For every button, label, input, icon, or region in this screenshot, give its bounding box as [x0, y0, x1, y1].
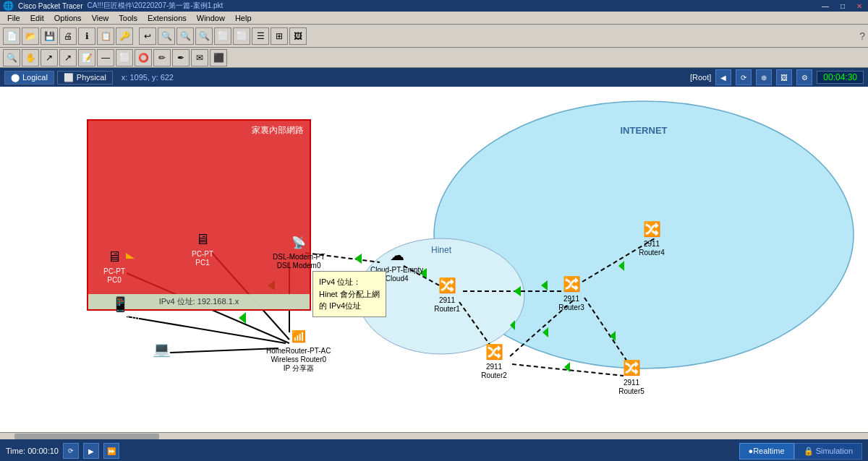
- menu-options[interactable]: Options: [50, 13, 86, 23]
- open-btn[interactable]: 📂: [22, 27, 39, 45]
- fast-forward-btn[interactable]: ⏩: [103, 443, 119, 459]
- device-router5[interactable]: 🔀 2911 Router5: [618, 357, 644, 396]
- menu-window[interactable]: Window: [192, 13, 229, 23]
- print-btn[interactable]: 🖨: [59, 27, 77, 45]
- toolbar-btn15[interactable]: ⊞: [271, 27, 288, 45]
- menu-edit[interactable]: Edit: [26, 13, 48, 23]
- router4-icon: 🔀: [639, 218, 665, 240]
- menu-file[interactable]: File: [3, 13, 25, 23]
- router3-label1: 2911: [563, 295, 579, 303]
- toolbar2-btn6[interactable]: —: [97, 49, 114, 66]
- router2-label2: Router2: [481, 371, 507, 380]
- router2-icon: 🔀: [481, 341, 507, 363]
- svg-marker-21: [514, 286, 521, 296]
- svg-marker-23: [541, 280, 548, 290]
- toolbar2-btn4[interactable]: ↗: [59, 49, 77, 66]
- zoom-out-btn[interactable]: 🔍: [195, 27, 213, 45]
- tablet0-label2: Tablet PC0: [103, 324, 138, 332]
- tablet0-icon: 📱: [107, 293, 133, 315]
- pc1-label2: PC1: [195, 259, 209, 267]
- close-btn[interactable]: ✕: [854, 2, 865, 10]
- laptop0-label1: Laptop-PT: [145, 360, 179, 369]
- toolbar2-btn5[interactable]: 📝: [78, 49, 95, 66]
- router3-icon: 🔀: [558, 273, 584, 295]
- toolbar2-btn2[interactable]: ✋: [22, 49, 39, 66]
- device-router0[interactable]: 📶 HomeRouter-PT-AC Wireless Router0 IP 分…: [266, 325, 331, 373]
- device-router2[interactable]: 🔀 2911 Router2: [481, 341, 507, 380]
- router0-sublabel: IP 分享器: [284, 364, 314, 373]
- titlebar-left: 🌐 Cisco Packet Tracer CA!!!巨匠模件\20220207…: [3, 1, 223, 11]
- titlebar-controls: — □ ✕: [819, 2, 865, 10]
- nav-btn1[interactable]: ⟳: [736, 69, 752, 85]
- device-pc1[interactable]: 🖥 PC-PT PC1: [190, 228, 216, 267]
- svg-marker-22: [510, 320, 515, 330]
- menu-extensions[interactable]: Extensions: [143, 13, 191, 23]
- svg-marker-17: [239, 312, 246, 324]
- device-pc0[interactable]: 🖥 PC-PT PC0: [101, 246, 127, 285]
- info-btn[interactable]: ℹ: [78, 27, 95, 45]
- pc0-label1: PC-PT: [103, 267, 125, 276]
- simulation-mode-btns: ●Realtime 🔒 Simulation: [739, 443, 862, 460]
- physical-mode-btn[interactable]: ⬜ Physical: [57, 71, 113, 85]
- maximize-btn[interactable]: □: [838, 2, 848, 10]
- reset-time-btn[interactable]: ⟳: [63, 443, 79, 459]
- router0-icon: 📶: [286, 325, 312, 347]
- toolbar-btn16[interactable]: 🖼: [289, 27, 307, 45]
- menu-view[interactable]: View: [88, 13, 114, 23]
- toolbar-btn13[interactable]: ⬜: [233, 27, 250, 45]
- activity-btn[interactable]: 📋: [97, 27, 114, 45]
- simulation-btn[interactable]: 🔒 Simulation: [794, 443, 862, 460]
- toolbar2-btn12[interactable]: ⬛: [210, 49, 227, 66]
- router1-label2: Router1: [434, 305, 460, 314]
- nav-btn3[interactable]: 🖼: [776, 69, 792, 85]
- coordinates-display: x: 1095, y: 622: [122, 73, 174, 82]
- toolbar-btn14[interactable]: ☰: [252, 27, 269, 45]
- toolbar2-btn8[interactable]: ⭕: [135, 49, 152, 66]
- zoom-custom-btn[interactable]: 🔍: [158, 27, 175, 45]
- zoom-fit-btn[interactable]: ⬜: [214, 27, 231, 45]
- router1-icon: 🔀: [434, 275, 460, 296]
- app-title: Cisco Packet Tracer: [18, 2, 82, 10]
- router4-label1: 2911: [644, 240, 660, 249]
- device-router4[interactable]: 🔀 2911 Router4: [639, 218, 665, 257]
- device-tablet0[interactable]: 📱 TabletPC-PT Tablet PC0: [100, 293, 141, 332]
- router5-label1: 2911: [624, 379, 639, 387]
- realtime-btn[interactable]: ●Realtime: [739, 443, 794, 460]
- pc0-icon: 🖥: [101, 246, 127, 267]
- laptop0-label2: Laptop0: [148, 369, 174, 377]
- workspace[interactable]: INTERNET Hinet: [0, 87, 868, 439]
- logical-label: Logical: [22, 73, 48, 82]
- back-btn[interactable]: ◀: [715, 69, 731, 85]
- toolbar2-btn11[interactable]: ✉: [191, 49, 208, 66]
- nav-btn4[interactable]: ⚙: [796, 69, 812, 85]
- tooltip-line1: IPv4 位址：: [319, 276, 380, 288]
- toolbar-btn6[interactable]: 🔑: [116, 27, 133, 45]
- logical-mode-btn[interactable]: ⬤ Logical: [4, 71, 54, 85]
- device-router1[interactable]: 🔀 2911 Router1: [434, 275, 460, 314]
- toolbar2-btn7[interactable]: ⬜: [116, 49, 133, 66]
- undo-btn[interactable]: ↩: [139, 27, 156, 45]
- play-btn[interactable]: ▶: [83, 443, 99, 459]
- laptop0-icon: 💻: [148, 338, 174, 360]
- h-scrollbar[interactable]: [0, 432, 868, 439]
- svg-marker-19: [354, 254, 362, 264]
- menu-help[interactable]: Help: [231, 13, 256, 23]
- dsl0-label2: DSL Modem0: [277, 262, 321, 270]
- save-btn[interactable]: 💾: [41, 27, 58, 45]
- device-router3[interactable]: 🔀 2911 Router3: [558, 273, 584, 312]
- new-btn[interactable]: 📄: [3, 27, 20, 45]
- root-label: [Root]: [690, 73, 711, 82]
- menu-tools[interactable]: Tools: [114, 13, 142, 23]
- device-laptop0[interactable]: 💻 Laptop-PT Laptop0: [145, 338, 179, 377]
- toolbar2-btn10[interactable]: ✒: [172, 49, 190, 66]
- nav-btn2[interactable]: ⊕: [756, 69, 772, 85]
- toolbar2-btn9[interactable]: ✏: [153, 49, 171, 66]
- zoom-in-btn[interactable]: 🔍: [176, 27, 194, 45]
- physical-label: Physical: [77, 73, 106, 82]
- device-dsl0[interactable]: 📡 DSL-Modem-PT DSL Modem0: [273, 231, 325, 270]
- minimize-btn[interactable]: —: [819, 2, 832, 10]
- cloud4-icon: ☁: [384, 244, 410, 266]
- toolbar2-btn3[interactable]: ↗: [41, 49, 58, 66]
- help-icon[interactable]: ?: [859, 30, 865, 42]
- select-btn[interactable]: 🔍: [3, 49, 20, 66]
